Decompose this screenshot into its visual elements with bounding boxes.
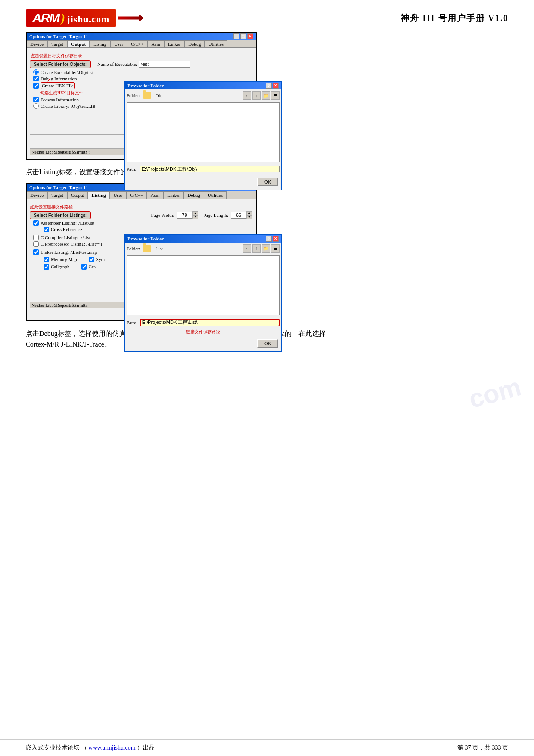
tab-debug-2[interactable]: Debug [184,191,204,199]
minimize-button-1[interactable]: _ [233,33,239,39]
close-button-1[interactable]: ✕ [247,33,253,39]
annotation-path-2: 链接文件保存路径 [125,329,281,335]
folder-label-1: Folder: [127,93,140,98]
browse-tree-1 [127,102,280,162]
folder-value-1: Obj [156,93,163,98]
browse-ok-row-1: OK [125,174,281,190]
tab-user-1[interactable]: User [110,40,127,47]
tab-cpp-2[interactable]: C/C++ [126,191,147,199]
c-preprocessor-check[interactable] [33,241,39,247]
memory-map-check[interactable] [44,257,49,262]
folder-value-2: List [156,246,163,251]
tab-utilities-1[interactable]: Utilities [205,40,227,47]
browse-close-btn-1[interactable]: ✕ [273,83,279,89]
page-width-input[interactable] [177,212,192,219]
select-folder-button-1[interactable]: Select Folder for Objects: [30,60,91,68]
page-length-spin[interactable]: ▲ ▼ [231,211,252,219]
create-exe-radio[interactable] [33,69,39,75]
page-width-spin-btns: ▲ ▼ [192,211,198,219]
titlebar-1-text: Options for Target 'Target 1' [29,34,87,39]
desc2-line2: Cortex-M/R J-LINK/J-Trace。 [26,341,111,348]
back-icon-2[interactable]: ← [243,244,251,253]
tab-output-2[interactable]: Output [67,191,88,199]
cross-ref2-label: Cro [89,264,96,269]
browse-path-row-2: Path: [125,317,281,328]
callgraph-check[interactable] [44,264,49,270]
tab-cpp-1[interactable]: C/C++ [127,40,148,47]
footer-link[interactable]: www.armjishu.com [89,744,136,751]
titlebar-2-text: Options for Target 'Target 1' [29,185,87,190]
select-folder-row-1: Select Folder for Objects: Name of Execu… [30,60,252,68]
up-icon-2[interactable]: ↑ [252,244,261,253]
browse-path-row-1: Path: [125,164,281,174]
browse-close-btn-2[interactable]: ✕ [273,236,279,242]
tabs-row-1: Device Target Output Listing User C/C++ … [27,40,256,48]
browse-ok-button-2[interactable]: OK [257,339,278,348]
tab-linker-2[interactable]: Linker [163,191,183,199]
new-folder-icon-1[interactable]: 📁 [262,91,270,100]
page-length-up[interactable]: ▲ [246,211,252,215]
tab-user-2[interactable]: User [109,191,126,199]
tab-debug-1[interactable]: Debug [184,40,204,47]
folder-icon-2 [143,245,151,252]
create-lib-radio[interactable] [33,103,39,109]
tab-device-2[interactable]: Device [27,191,47,199]
browse-win-buttons-2: ? ✕ [266,236,279,242]
symbols-check[interactable] [89,257,94,262]
exe-input-1[interactable] [139,61,190,68]
path-input-2[interactable] [140,319,280,326]
callgraph-label: Callgraph [51,264,69,269]
page-width-label: Page Width: [151,213,174,218]
footer-left-pre: 嵌入式专业技术论坛 （ [26,744,87,751]
tab-listing-1[interactable]: Listing [89,40,110,47]
tab-asm-2[interactable]: Asm [147,191,163,199]
titlebar-1: Options for Target 'Target 1' _ □ ✕ [27,33,256,40]
browse-title-1-text: Browse for Folder [127,83,164,88]
browse-info-check[interactable] [33,97,39,102]
page-width-spin[interactable]: ▲ ▼ [177,211,198,219]
tab-device-1[interactable]: Device [27,40,47,47]
create-exe-row: Create Executable: \Obj\test [33,69,252,75]
browse-titlebar-2: Browse for Folder ? ✕ [125,235,281,243]
tab-target-2[interactable]: Target [47,191,67,199]
view-icon-1[interactable]: ☰ [271,91,280,100]
footer: 嵌入式专业技术论坛 （ www.armjishu.com ）出品 第 37 页，… [0,739,534,756]
assembler-listing-check[interactable] [33,220,39,226]
page-width-down[interactable]: ▼ [192,215,198,219]
path-label-1: Path: [127,166,136,172]
path-input-1[interactable] [140,166,280,172]
new-folder-icon-2[interactable]: 📁 [262,244,270,253]
tab-listing-2[interactable]: Listing [88,191,109,199]
browse-help-btn-2[interactable]: ? [266,236,272,242]
page-length-down[interactable]: ▼ [246,215,252,219]
create-hex-check[interactable] [33,83,39,89]
cross-ref2-check[interactable] [81,264,87,270]
tab-output-1[interactable]: Output [67,40,89,47]
linker-listing-check[interactable] [33,249,39,255]
c-compiler-check[interactable] [33,235,39,240]
page-length-input[interactable] [231,212,246,219]
tab-utilities-2[interactable]: Utilities [204,191,227,199]
browse-help-btn-1[interactable]: ? [266,83,272,89]
tab-asm-1[interactable]: Asm [148,40,164,47]
maximize-button-1[interactable]: □ [240,33,246,39]
tab-target-1[interactable]: Target [47,40,67,47]
browse-title-2-text: Browse for Folder [127,236,164,241]
assembler-listing-row: Assembler Listing: .\List\.lst [33,220,252,226]
logo-arrow [118,14,144,22]
debug-info-check[interactable] [33,76,39,81]
symbols-row: Sym [89,257,105,262]
view-icon-2[interactable]: ☰ [271,244,280,253]
page-width-up[interactable]: ▲ [192,211,198,215]
browse-folder-row-1: Folder: Obj ← ↑ 📁 ☰ [125,89,281,101]
up-icon-1[interactable]: ↑ [252,91,261,100]
browse-toolbar-2: ← ↑ 📁 ☰ [243,244,280,253]
browse-ok-button-1[interactable]: OK [257,178,278,186]
tab-linker-1[interactable]: Linker [164,40,184,47]
browse-win-buttons-1: ? ✕ [266,83,279,89]
back-icon-1[interactable]: ← [243,91,251,100]
select-folder-button-2[interactable]: Select Folder for Listings: [30,211,91,219]
cross-ref-check[interactable] [44,227,49,232]
window-buttons-1: _ □ ✕ [233,33,253,39]
c-preprocessor-label: C Preprocessor Listing: .\List\*.i [41,241,102,246]
